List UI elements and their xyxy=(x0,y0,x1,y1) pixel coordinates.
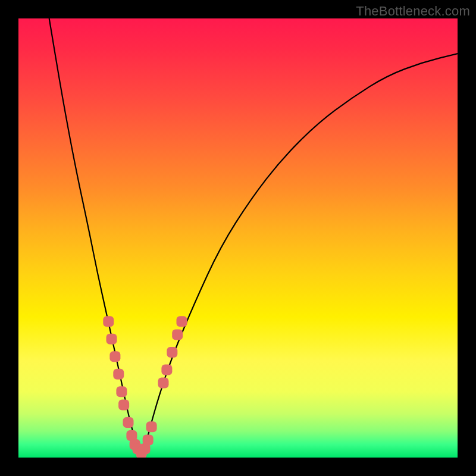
watermark-text: TheBottleneck.com xyxy=(356,4,470,19)
chart-marker xyxy=(167,347,177,358)
chart-marker xyxy=(107,334,117,345)
chart-marker xyxy=(109,351,120,362)
chart-marker xyxy=(143,435,154,446)
chart-svg xyxy=(18,18,458,458)
curve-path xyxy=(49,18,458,451)
chart-marker xyxy=(116,386,127,397)
chart-marker xyxy=(118,399,129,410)
marker-group xyxy=(103,316,187,458)
chart-marker xyxy=(172,329,183,340)
chart-marker xyxy=(123,417,134,428)
chart-marker xyxy=(161,364,172,375)
chart-marker xyxy=(113,369,124,380)
chart-plot-area xyxy=(18,18,458,458)
chart-marker xyxy=(158,378,169,389)
chart-marker xyxy=(177,316,187,327)
chart-marker xyxy=(146,421,157,432)
chart-marker xyxy=(103,316,114,327)
